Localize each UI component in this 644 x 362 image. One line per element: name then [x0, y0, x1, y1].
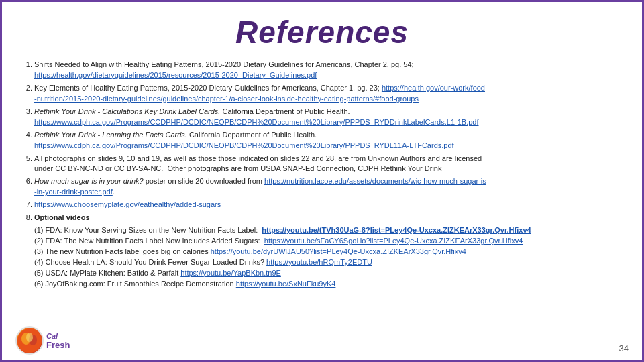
ref1-link[interactable]: https://health.gov/dietaryguidelines/201… — [34, 71, 317, 79]
logo-svg — [17, 328, 42, 353]
video1-link[interactable]: https://youtu.be/tTVh30UaG-8?list=PLey4Q… — [262, 226, 531, 234]
logo-icon — [15, 326, 44, 355]
list-item: Rethink Your Drink - Learning the Facts … — [34, 130, 622, 152]
list-item: https://www.choosemyplate.gov/eathealthy… — [34, 200, 622, 210]
ref4-text: Rethink Your Drink - Learning the Facts … — [34, 131, 317, 139]
logo-text: Cal Fresh — [46, 332, 70, 350]
video3-link[interactable]: https://youtu.be/dyrUWlJAU50?list=PLey4Q… — [211, 247, 466, 255]
references-list: Shifts Needed to Align with Healthy Eati… — [22, 60, 622, 290]
list-item: How much sugar is in your drink? poster … — [34, 176, 622, 198]
ref3-text: Rethink Your Drink - Calculations Key Dr… — [34, 107, 350, 115]
ref3-link[interactable]: https://www.cdph.ca.gov/Programs/CCDPHP/… — [34, 118, 479, 126]
list-item: Shifts Needed to Align with Healthy Eati… — [34, 60, 622, 81]
video6-link[interactable]: https://youtu.be/SxNuFku9yK4 — [236, 280, 336, 288]
optional-videos-section: (1) FDA: Know Your Serving Sizes on the … — [34, 225, 622, 290]
list-item: All photographs on slides 9, 10 and 19, … — [34, 154, 622, 175]
video-item-2: (2) FDA: The New Nutrition Facts Label N… — [34, 236, 622, 247]
video5-link[interactable]: https://youtu.be/YapBKbn.tn9E — [180, 269, 281, 277]
logo: Cal Fresh — [15, 326, 70, 355]
ref6-italic: How much sugar is in your drink? — [34, 177, 144, 185]
ref6-link[interactable]: https://nutrition.lacoe.edu/assets/docum… — [264, 177, 486, 185]
list-item: Key Elements of Healthy Eating Patterns,… — [34, 83, 622, 105]
logo-cal-text: Cal — [46, 332, 70, 340]
video-item-6: (6) JoyOfBaking.com: Fruit Smoothies Rec… — [34, 279, 622, 290]
logo-fresh-text: Fresh — [46, 340, 70, 350]
page-number: 34 — [619, 343, 629, 353]
page-title: References — [22, 14, 622, 50]
list-item-8: Optional videos (1) FDA: Know Your Servi… — [34, 213, 622, 290]
video-item-1: (1) FDA: Know Your Serving Sizes on the … — [34, 225, 622, 236]
ref2-link[interactable]: https://health.gov/our-work/food — [382, 84, 485, 92]
list-item: Rethink Your Drink - Calculations Key Dr… — [34, 107, 622, 128]
references-content: Shifts Needed to Align with Healthy Eati… — [22, 60, 622, 290]
video-item-5: (5) USDA: MyPlate Kitchen: Batido & Parf… — [34, 268, 622, 279]
video-item-4: (4) Choose Health LA: Should You Drink F… — [34, 257, 622, 268]
video2-link[interactable]: https://youtu.be/sFaCY6SgoHo?list=PLey4Q… — [264, 237, 523, 245]
ref7-link[interactable]: https://www.choosemyplate.gov/eathealthy… — [34, 200, 221, 208]
ref4-link[interactable]: https://www.cdph.ca.gov/Programs/CCDPHP/… — [34, 141, 454, 149]
ref6-link-cont[interactable]: -in-your-drink-poster.pdf — [34, 188, 113, 196]
slide: References Shifts Needed to Align with H… — [0, 0, 644, 362]
svg-point-3 — [26, 333, 33, 342]
optional-videos-label: Optional videos — [34, 213, 90, 221]
video-item-3: (3) The new Nutrition Facts label goes b… — [34, 247, 622, 257]
ref2-link-cont[interactable]: -nutrition/2015-2020-dietary-guidelines/… — [34, 95, 419, 103]
video4-link[interactable]: https://youtu.be/hRQmTy2EDTU — [266, 258, 372, 266]
